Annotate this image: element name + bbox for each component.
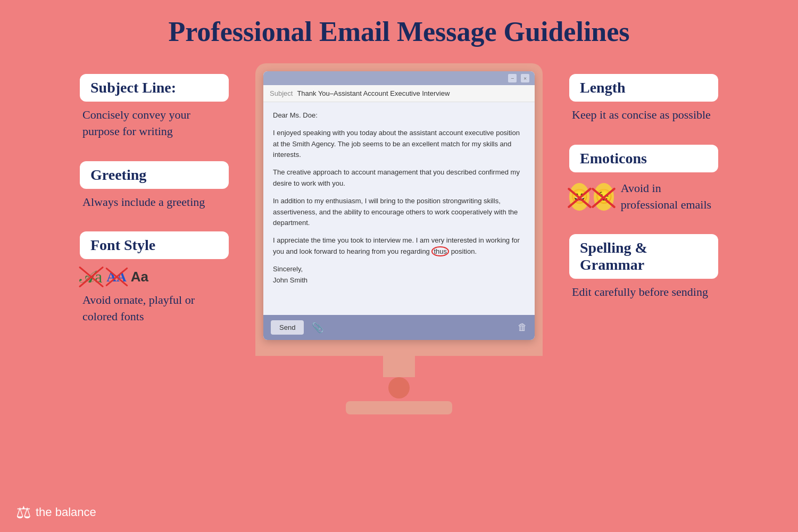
- trash-icon: 🗑: [518, 322, 527, 333]
- email-para-1: I enjoyed speaking with you today about …: [273, 128, 525, 161]
- font-style-section: Font Style 𝒜a AA Aa Avoid ornate, playfu…: [80, 231, 229, 325]
- normal-font-icon: Aa: [131, 269, 148, 285]
- monitor-stand-neck: [383, 356, 415, 377]
- bold-font-crossed-icon: AA: [106, 269, 127, 285]
- wink-face-icon: 😉: [595, 188, 612, 205]
- footer: ⚖ the balance: [16, 502, 96, 522]
- monitor-body: − × Subject Thank You–Assistant Account …: [255, 63, 543, 356]
- email-para-2: The creative approach to account managem…: [273, 167, 525, 189]
- greeting-label: Greeting: [80, 161, 229, 189]
- emoticons-row: 😀 😉 Avoid in professional emails: [569, 180, 718, 213]
- spelling-grammar-section: Spelling & Grammar Edit carefully before…: [569, 234, 718, 301]
- email-body: Dear Ms. Doe: I enjoyed speaking with yo…: [263, 102, 535, 315]
- balance-logo-icon: ⚖: [16, 502, 31, 522]
- monitor-stand-circle: [388, 377, 410, 398]
- font-icons-row: 𝒜a AA Aa: [80, 267, 229, 287]
- content-area: Subject Line: Concisely convey your purp…: [0, 58, 798, 526]
- left-panel: Subject Line: Concisely convey your purp…: [64, 58, 245, 336]
- emoticons-desc: Avoid in professional emails: [618, 180, 718, 213]
- length-desc: Keep it as concise as possible: [569, 107, 718, 123]
- length-label: Length: [569, 74, 718, 102]
- monitor-stand-base: [346, 401, 452, 414]
- send-button[interactable]: Send: [271, 320, 304, 335]
- email-para-4: I appreciate the time you took to interv…: [273, 235, 525, 257]
- font-style-label: Font Style: [80, 231, 229, 259]
- email-closing: Sincerely,John Smith: [273, 264, 525, 286]
- email-greeting: Dear Ms. Doe:: [273, 110, 525, 121]
- font-style-desc: Avoid ornate, playful or colored fonts: [80, 292, 229, 325]
- email-titlebar: − ×: [263, 71, 535, 85]
- monitor-screen: − × Subject Thank You–Assistant Account …: [263, 71, 535, 340]
- happy-emoticon-crossed: 😀: [569, 183, 589, 211]
- spelling-grammar-label: Spelling & Grammar: [569, 234, 718, 279]
- emoticons-section: Emoticons 😀 😉 Avoid in professional emai…: [569, 145, 718, 213]
- fancy-font-icon: 𝒜a: [80, 267, 102, 287]
- subject-line-label: Subject Line:: [80, 74, 229, 102]
- wink-emoticon-crossed: 😉: [594, 183, 614, 211]
- length-section: Length Keep it as concise as possible: [569, 74, 718, 123]
- email-content: Dear Ms. Doe: I enjoyed speaking with yo…: [273, 110, 525, 286]
- email-para-3: In addition to my enthusiasm, I will bri…: [273, 196, 525, 229]
- email-toolbar: Send 📎 🗑: [263, 315, 535, 340]
- greeting-section: Greeting Always include a greeting: [80, 161, 229, 211]
- subject-field-value: Thank You–Assistant Account Executive In…: [297, 89, 450, 97]
- subject-field-label: Subject: [270, 89, 293, 97]
- right-panel: Length Keep it as concise as possible Em…: [553, 58, 734, 311]
- minimize-button[interactable]: −: [508, 74, 517, 82]
- close-button[interactable]: ×: [521, 74, 529, 82]
- bold-font-icon: AA: [106, 269, 127, 285]
- spelling-grammar-desc: Edit carefully before sending: [569, 284, 718, 301]
- emoticons-label: Emoticons: [569, 145, 718, 172]
- greeting-desc: Always include a greeting: [80, 194, 229, 211]
- fancy-font-crossed-icon: 𝒜a: [80, 267, 102, 287]
- balance-brand-name: the balance: [36, 505, 96, 519]
- paperclip-icon: 📎: [312, 322, 323, 334]
- thus-word: thus: [431, 246, 449, 256]
- monitor-container: − × Subject Thank You–Assistant Account …: [245, 63, 553, 414]
- email-subject-bar: Subject Thank You–Assistant Account Exec…: [263, 85, 535, 102]
- happy-face-icon: 😀: [571, 188, 588, 205]
- page-title: Professional Email Message Guidelines: [0, 0, 798, 47]
- subject-line-desc: Concisely convey your purpose for writin…: [80, 107, 229, 140]
- balance-logo: ⚖ the balance: [16, 502, 96, 522]
- subject-line-section: Subject Line: Concisely convey your purp…: [80, 74, 229, 140]
